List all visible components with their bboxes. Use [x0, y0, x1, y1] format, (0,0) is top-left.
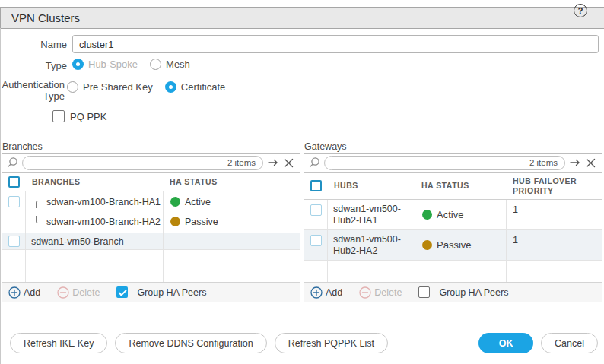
hub-failover-priority-column-header[interactable]: HUB FAILOVER PRIORITY: [506, 173, 602, 199]
branches-select-all-checkbox[interactable]: [8, 176, 20, 188]
mesh-radio[interactable]: [150, 59, 161, 70]
table-row[interactable]: sdwan1-vm50-Branch: [2, 233, 300, 250]
branches-column-header[interactable]: BRANCHES: [25, 173, 163, 191]
ha-status: Passive: [415, 230, 506, 260]
column-divider: [327, 200, 328, 282]
branch-name: sdwan-vm100-Branch-HA2: [46, 217, 161, 227]
passive-status-dot: [422, 240, 432, 250]
certificate-radio-label: Certificate: [181, 81, 226, 93]
column-divider: [25, 191, 26, 282]
add-button-label: Add: [24, 287, 40, 298]
gateways-search-input[interactable]: 2 items: [324, 156, 565, 170]
branches-item-count: 2 items: [227, 158, 256, 167]
branches-search-input[interactable]: 2 items: [22, 156, 263, 170]
group-ha-peers-label: Group HA Peers: [439, 287, 508, 298]
group-ha-peers-checkbox[interactable]: [418, 286, 430, 298]
clear-filter-icon[interactable]: [283, 157, 294, 169]
ha-status: Active: [170, 195, 300, 209]
gateways-panel-footer: Add Delete Group HA Peers: [304, 282, 602, 302]
gateways-table-body: sdwan1-vm500-Hub2-HA1 Active 1 sdwan1-vm…: [304, 200, 602, 282]
name-label: Name: [0, 39, 67, 50]
help-icon[interactable]: ?: [574, 4, 587, 17]
gateways-table-header: HUBS HA STATUS HUB FAILOVER PRIORITY: [304, 173, 602, 200]
certificate-radio[interactable]: [165, 81, 176, 93]
clear-filter-icon[interactable]: [585, 157, 596, 169]
authentication-type-label: Authentication Type: [0, 79, 65, 102]
gateways-panel: 2 items HUBS HA STATUS HUB FAILOVER PRIO…: [304, 153, 602, 302]
table-row[interactable]: sdwan1-vm500-Hub2-HA1 Active 1: [304, 200, 602, 230]
pre-shared-key-radio-label: Pre Shared Key: [83, 81, 153, 93]
hub-name: sdwan1-vm500-Hub2-HA1: [327, 200, 415, 229]
ha-peer-primary: sdwan-vm100-Branch-HA1: [36, 196, 163, 207]
branches-panel-title: Branches: [2, 141, 43, 152]
refresh-pqppk-list-button[interactable]: Refresh PQPPK List: [275, 333, 388, 353]
hub-spoke-radio[interactable]: [72, 59, 84, 70]
table-row[interactable]: sdwan-vm100-Branch-HA1 sdwan-vm100-Branc…: [2, 191, 300, 233]
add-button[interactable]: Add: [8, 286, 40, 299]
gateways-searchbar: 2 items: [304, 154, 602, 173]
name-input[interactable]: [72, 35, 599, 53]
ha-status-column-header[interactable]: HA STATUS: [163, 173, 300, 191]
type-label: Type: [0, 60, 67, 71]
group-ha-peers-label: Group HA Peers: [137, 287, 206, 298]
branches-panel-footer: Add Delete Group HA Peers: [2, 282, 300, 302]
delete-button[interactable]: Delete: [57, 286, 100, 299]
branch-name: sdwan1-vm50-Branch: [25, 236, 163, 247]
hub-failover-priority: 1: [506, 200, 602, 229]
active-status-dot: [422, 210, 432, 220]
pq-ppk-checkbox[interactable]: [52, 110, 65, 122]
column-divider: [506, 200, 507, 282]
ha-status: Passive: [170, 214, 300, 229]
row-checkbox[interactable]: [8, 236, 20, 247]
pq-ppk-label: PQ PPK: [70, 111, 106, 122]
ha-status-column-header[interactable]: HA STATUS: [415, 173, 506, 199]
delete-icon: [57, 286, 69, 299]
gateways-panel-title: Gateways: [304, 141, 347, 152]
primary-actions: OK Cancel: [478, 333, 598, 353]
column-divider: [163, 191, 164, 282]
vpn-clusters-dialog: VPN Clusters ? Name Type Hub-Spoke Mesh …: [0, 0, 604, 364]
secondary-actions: Refresh IKE Key Remove DDNS Configuratio…: [10, 333, 388, 353]
passive-status-dot: [170, 217, 180, 226]
pq-ppk-row: PQ PPK: [52, 110, 106, 122]
apply-filter-arrow-icon[interactable]: [569, 157, 581, 169]
refresh-ike-key-button[interactable]: Refresh IKE Key: [10, 333, 107, 353]
mesh-radio-label: Mesh: [166, 59, 190, 70]
add-button[interactable]: Add: [310, 286, 342, 299]
ha-status-label: Active: [437, 209, 463, 220]
ha-status-label: Active: [185, 197, 211, 207]
search-icon: [6, 157, 18, 169]
hubs-column-header[interactable]: HUBS: [327, 173, 415, 199]
add-icon: [8, 286, 21, 299]
column-divider: [415, 200, 415, 282]
remove-ddns-configuration-button[interactable]: Remove DDNS Configuration: [115, 333, 266, 353]
ok-button[interactable]: OK: [478, 333, 533, 353]
hub-failover-priority: 1: [506, 230, 602, 260]
delete-button-label: Delete: [374, 287, 402, 298]
hub-name: sdwan1-vm500-Hub2-HA2: [327, 230, 415, 260]
branches-table-body: sdwan-vm100-Branch-HA1 sdwan-vm100-Branc…: [2, 191, 300, 282]
hub-spoke-radio-label: Hub-Spoke: [88, 59, 138, 70]
ha-status: Active: [415, 200, 506, 229]
authentication-radio-group: Pre Shared Key Certificate: [67, 81, 225, 93]
row-checkbox[interactable]: [310, 204, 322, 216]
dialog-title: VPN Clusters: [11, 11, 80, 24]
pre-shared-key-radio[interactable]: [67, 81, 78, 93]
type-radio-group: Hub-Spoke Mesh: [72, 59, 190, 70]
gateways-select-all-checkbox[interactable]: [310, 180, 322, 191]
group-ha-peers-checkbox[interactable]: [116, 286, 128, 298]
add-icon: [310, 286, 323, 299]
apply-filter-arrow-icon[interactable]: [267, 157, 279, 169]
branches-table-header: BRANCHES HA STATUS: [2, 173, 300, 191]
tree-branch-bottom-icon: [36, 216, 43, 223]
cancel-button[interactable]: Cancel: [541, 333, 598, 353]
tree-branch-top-icon: [36, 201, 43, 208]
active-status-dot: [170, 197, 180, 207]
add-button-label: Add: [326, 287, 342, 298]
branches-panel: 2 items BRANCHES HA STATUS sdwan-: [2, 153, 300, 302]
delete-button[interactable]: Delete: [359, 286, 402, 299]
row-checkbox[interactable]: [8, 196, 20, 207]
row-checkbox[interactable]: [310, 235, 322, 246]
table-row[interactable]: sdwan1-vm500-Hub2-HA2 Passive 1: [304, 230, 602, 261]
branch-name: sdwan-vm100-Branch-HA1: [46, 197, 161, 207]
